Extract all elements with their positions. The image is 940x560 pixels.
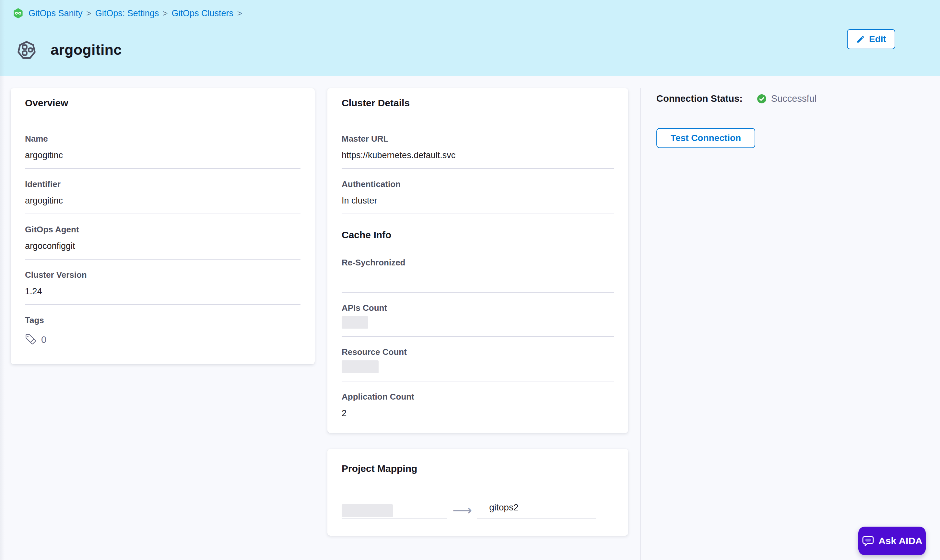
field-authentication-label: Authentication	[342, 179, 614, 189]
page-header: GitOps Sanity > GitOps: Settings > GitOp…	[0, 0, 940, 76]
field-tags-label: Tags	[25, 315, 300, 325]
page-title: argogitinc	[51, 42, 122, 58]
field-tags: Tags 0	[25, 305, 300, 355]
field-name-label: Name	[25, 134, 300, 144]
field-application-count: Application Count 2	[342, 382, 614, 426]
field-master-url: Master URL https://kubernetes.default.sv…	[342, 109, 614, 169]
ask-aida-label: Ask AIDA	[878, 535, 923, 546]
field-name-value: argogitinc	[25, 150, 300, 161]
cluster-details-title: Cluster Details	[342, 97, 614, 109]
project-mapping-card: Project Mapping ⟶ gitops2	[328, 449, 628, 536]
pencil-icon	[856, 35, 865, 44]
vertical-divider	[640, 88, 640, 560]
field-identifier: Identifier argogitinc	[25, 169, 300, 214]
breadcrumb-separator: >	[163, 8, 168, 19]
project-mapping-title: Project Mapping	[342, 463, 614, 474]
connection-status-label: Connection Status:	[656, 93, 743, 104]
arrow-right-icon: ⟶	[452, 504, 472, 517]
tag-count: 0	[41, 334, 46, 345]
mapping-target-field: gitops2	[477, 502, 596, 519]
breadcrumb-separator: >	[237, 8, 242, 19]
cluster-details-card: Cluster Details Master URL https://kuber…	[328, 88, 628, 433]
test-connection-button[interactable]: Test Connection	[656, 128, 755, 148]
field-resynchronized-label: Re-Sychronized	[342, 257, 614, 268]
field-cluster-version: Cluster Version 1.24	[25, 260, 300, 305]
field-identifier-label: Identifier	[25, 179, 300, 189]
field-application-count-value: 2	[342, 408, 614, 419]
field-authentication: Authentication In cluster	[342, 169, 614, 214]
chat-bubble-icon	[862, 534, 874, 548]
field-gitops-agent-value: argoconfiggit	[25, 240, 300, 251]
field-name: Name argogitinc	[25, 109, 300, 169]
breadcrumb-link-gitops-settings[interactable]: GitOps: Settings	[95, 8, 159, 19]
field-identifier-value: argogitinc	[25, 195, 300, 206]
gitops-logo-icon	[13, 8, 23, 18]
cluster-icon	[16, 40, 37, 60]
field-gitops-agent-label: GitOps Agent	[25, 224, 300, 235]
overview-card-title: Overview	[25, 97, 300, 109]
field-application-count-label: Application Count	[342, 391, 614, 402]
field-resource-count: Resource Count	[342, 337, 614, 382]
field-authentication-value: In cluster	[342, 195, 614, 206]
project-mapping-row: ⟶ gitops2	[342, 502, 614, 519]
overview-card: Overview Name argogitinc Identifier argo…	[11, 88, 315, 364]
field-resynchronized: Re-Sychronized	[342, 241, 614, 292]
field-apis-count-label: APIs Count	[342, 303, 614, 313]
field-master-url-label: Master URL	[342, 134, 614, 144]
mapping-source-placeholder	[342, 504, 393, 517]
field-cluster-version-value: 1.24	[25, 286, 300, 297]
breadcrumb: GitOps Sanity > GitOps: Settings > GitOp…	[13, 8, 244, 19]
breadcrumb-link-gitops-sanity[interactable]: GitOps Sanity	[29, 8, 83, 19]
connection-status-value: Successful	[771, 93, 817, 104]
cache-info-title: Cache Info	[342, 229, 614, 241]
field-cluster-version-label: Cluster Version	[25, 270, 300, 280]
field-gitops-agent: GitOps Agent argoconfiggit	[25, 214, 300, 260]
success-check-icon	[757, 94, 766, 104]
mapping-source-field	[342, 502, 447, 519]
breadcrumb-separator: >	[86, 8, 91, 19]
resource-count-placeholder	[342, 360, 378, 373]
field-apis-count: APIs Count	[342, 292, 614, 337]
ask-aida-button[interactable]: Ask AIDA	[858, 527, 926, 555]
field-master-url-value: https://kubernetes.default.svc	[342, 150, 614, 161]
tag-icon	[25, 334, 37, 346]
edit-button-label: Edit	[869, 34, 886, 45]
title-row: argogitinc	[16, 32, 122, 68]
breadcrumb-link-gitops-clusters[interactable]: GitOps Clusters	[172, 8, 234, 19]
field-resynchronized-value	[342, 274, 614, 285]
apis-count-placeholder	[342, 316, 368, 329]
left-edge-shade	[0, 0, 5, 560]
connection-status-badge: Successful	[757, 93, 817, 104]
edit-button[interactable]: Edit	[847, 29, 895, 49]
field-resource-count-label: Resource Count	[342, 347, 614, 357]
connection-status-row: Connection Status: Successful	[656, 93, 817, 104]
tags-row: 0	[25, 331, 300, 348]
